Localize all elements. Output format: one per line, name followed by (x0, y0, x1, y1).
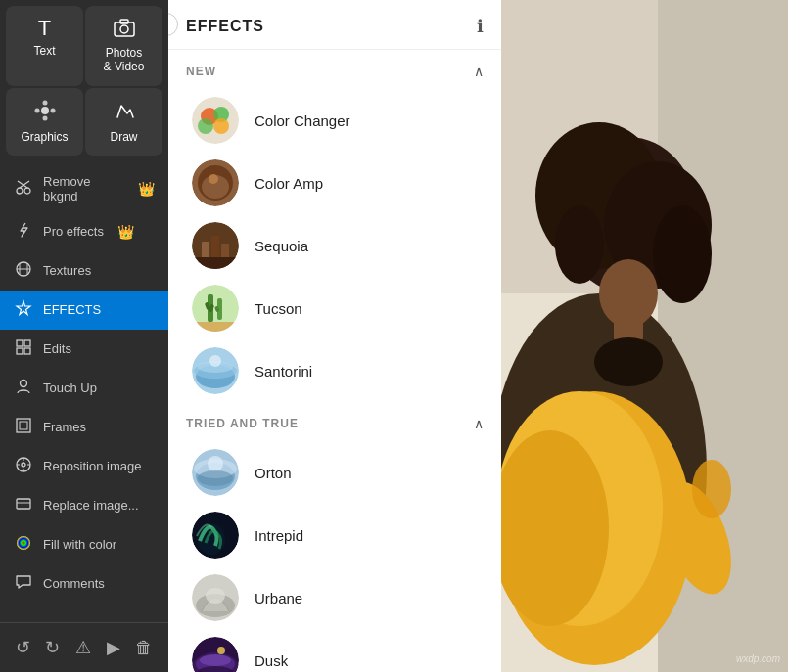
svg-point-71 (200, 654, 231, 666)
sidebar-item-fill-color[interactable]: Fill with color (0, 525, 168, 564)
sidebar-item-effects[interactable]: EFFECTS (0, 291, 168, 330)
svg-rect-17 (24, 340, 30, 346)
svg-point-57 (209, 355, 221, 367)
warning-button[interactable]: ⚠ (70, 633, 97, 662)
svg-point-8 (17, 188, 23, 194)
effects-panel-title: EFFECTS (186, 18, 264, 35)
svg-rect-16 (17, 340, 23, 346)
section-header-tried-true[interactable]: TRIED AND TRUE ∧ (168, 402, 501, 441)
sidebar-label-comments: Comments (43, 576, 105, 591)
effects-icon (14, 299, 33, 321)
main-canvas: wxdp.com (501, 0, 788, 672)
svg-rect-18 (17, 348, 23, 354)
sidebar-label-replace: Replace image... (43, 498, 139, 513)
effect-name-tucson: Tucson (255, 300, 302, 317)
svg-point-20 (21, 380, 27, 386)
effect-name-dusk: Dusk (255, 652, 288, 669)
svg-point-31 (17, 536, 30, 550)
toolbar-photos-btn[interactable]: Photos& Video (85, 6, 162, 86)
effect-name-santorini: Santorini (255, 363, 312, 380)
sidebar-item-textures[interactable]: Textures (0, 251, 168, 291)
svg-point-7 (34, 108, 39, 112)
textures-icon (14, 260, 33, 282)
effect-thumb-color-amp (192, 159, 239, 206)
effect-item-orton[interactable]: Orton (174, 441, 495, 504)
effects-list: NEW ∧ Color Changer (168, 50, 501, 672)
svg-rect-2 (120, 20, 128, 23)
effect-name-color-amp: Color Amp (255, 175, 323, 192)
svg-rect-29 (17, 499, 30, 509)
panel-collapse-button[interactable]: ‹ (168, 13, 178, 36)
effect-name-intrepid: Intrepid (255, 527, 303, 544)
sidebar-label-touch-up: Touch Up (43, 381, 97, 395)
effect-item-color-changer[interactable]: Color Changer (174, 89, 495, 152)
svg-point-40 (209, 174, 218, 184)
camera-icon (114, 18, 135, 41)
scissors-icon (14, 178, 33, 200)
svg-point-1 (120, 25, 128, 33)
reposition-icon (14, 456, 33, 477)
touch-up-icon (14, 378, 33, 399)
toolbar-text-btn[interactable]: T Text (6, 6, 83, 86)
effects-panel: ‹ EFFECTS ℹ NEW ∧ Color Changer (168, 0, 501, 672)
effect-item-santorini[interactable]: Santorini (174, 339, 495, 402)
svg-rect-52 (192, 322, 239, 332)
svg-point-4 (42, 100, 47, 105)
svg-point-9 (24, 188, 30, 194)
redo-button[interactable]: ↻ (39, 633, 66, 662)
toolbar-bottom: ↺ ↻ ⚠ ▶ 🗑 (0, 622, 168, 672)
fill-color-icon (14, 534, 33, 556)
svg-rect-0 (115, 22, 134, 36)
effect-thumb-orton (192, 449, 239, 496)
effect-item-urbane[interactable]: Urbane (174, 566, 495, 629)
sidebar-label-edits: Edits (43, 341, 71, 356)
comments-icon (14, 573, 33, 595)
toolbar-draw-label: Draw (110, 130, 137, 144)
toolbar-graphics-label: Graphics (21, 130, 68, 144)
undo-button[interactable]: ↺ (10, 633, 36, 662)
left-toolbar: T Text Photos& Video (0, 0, 168, 672)
watermark: wxdp.com (736, 653, 780, 664)
section-label-tried-true: TRIED AND TRUE (186, 417, 299, 430)
sidebar-item-frames[interactable]: Frames (0, 408, 168, 447)
toolbar-menu: Remove bkgnd 👑 Pro effects 👑 (0, 161, 168, 622)
toolbar-photos-label: Photos& Video (104, 46, 145, 74)
toolbar-text-label: Text (33, 44, 55, 58)
effect-item-intrepid[interactable]: Intrepid (174, 504, 495, 566)
svg-point-84 (653, 205, 712, 303)
effect-item-sequoia[interactable]: Sequoia (174, 214, 495, 277)
sidebar-item-edits[interactable]: Edits (0, 330, 168, 369)
toolbar-draw-btn[interactable]: Draw (85, 88, 162, 156)
effect-thumb-santorini (192, 347, 239, 394)
sidebar-item-comments[interactable]: Comments (0, 564, 168, 604)
svg-point-90 (692, 460, 731, 518)
effect-item-tucson[interactable]: Tucson (174, 277, 495, 339)
play-button[interactable]: ▶ (101, 633, 126, 662)
graphics-icon (34, 100, 56, 125)
svg-rect-21 (17, 419, 30, 432)
edits-icon (14, 338, 33, 360)
lightning-icon (14, 221, 33, 243)
toolbar-graphics-btn[interactable]: Graphics (6, 88, 83, 156)
svg-point-85 (555, 205, 604, 284)
toolbar-icons-grid: T Text Photos& Video (0, 0, 168, 161)
sidebar-item-touch-up[interactable]: Touch Up (0, 369, 168, 408)
text-icon: T (38, 18, 51, 39)
section-header-new[interactable]: NEW ∧ (168, 50, 501, 89)
crown-pro-effects: 👑 (117, 224, 134, 240)
effect-name-urbane: Urbane (255, 590, 302, 606)
frames-icon (14, 417, 33, 438)
effect-thumb-intrepid (192, 512, 239, 559)
effect-item-dusk[interactable]: Dusk (174, 629, 495, 672)
sidebar-item-replace[interactable]: Replace image... (0, 486, 168, 525)
effects-info-button[interactable]: ℹ (477, 16, 484, 37)
effect-thumb-dusk (192, 637, 239, 672)
sidebar-item-pro-effects[interactable]: Pro effects 👑 (0, 212, 168, 251)
sidebar-item-remove-bkgnd[interactable]: Remove bkgnd 👑 (0, 165, 168, 212)
effect-item-color-amp[interactable]: Color Amp (174, 152, 495, 214)
sidebar-item-reposition[interactable]: Reposition image (0, 447, 168, 486)
chevron-new-icon: ∧ (474, 64, 484, 79)
delete-button[interactable]: 🗑 (129, 634, 159, 662)
sidebar-label-pro-effects: Pro effects (43, 224, 104, 239)
svg-point-3 (41, 107, 49, 114)
